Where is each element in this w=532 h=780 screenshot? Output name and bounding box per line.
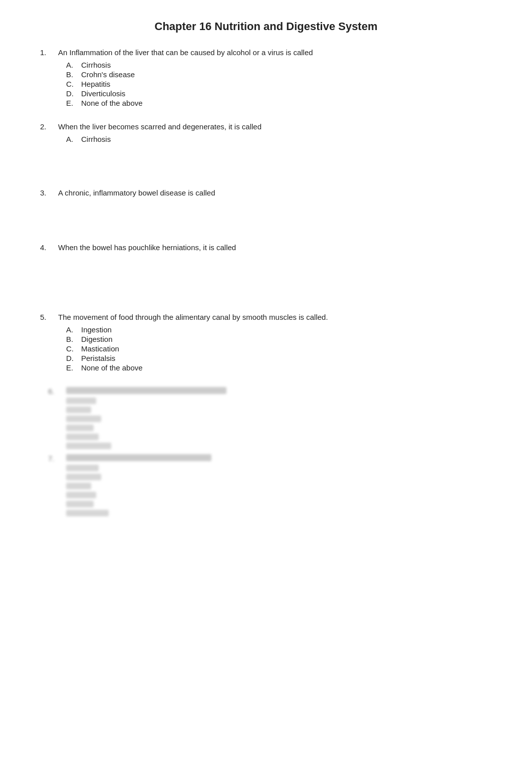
blurred-answer-7-6 [66,510,109,516]
answer-1e: E. None of the above [66,99,492,107]
blurred-answers-7 [66,465,492,516]
question-number-3: 3. [40,188,58,197]
answer-list-5: A. Ingestion B. Digestion C. Mastication… [66,325,492,373]
answer-text-5e: None of the above [81,363,492,372]
answer-letter-5a: A. [66,325,81,334]
answer-text-2a: Cirrhosis [81,135,492,143]
spacer-2 [40,144,492,174]
blurred-answer-7-4 [66,492,96,498]
answer-text-5d: Peristalsis [81,354,492,362]
question-text-1: An Inflammation of the liver that can be… [58,48,492,57]
spacer-4b [40,284,492,299]
answer-text-5c: Mastication [81,344,492,353]
blurred-answer-7-1 [66,465,99,471]
blurred-question-7: 7. [48,454,492,463]
blurred-answer-6-6 [66,443,111,449]
question-number-4: 4. [40,243,58,252]
answer-letter-1e: E. [66,99,81,107]
answer-letter-1a: A. [66,61,81,69]
blurred-answers-6 [66,398,492,449]
answer-text-5b: Digestion [81,335,492,343]
answer-5a: A. Ingestion [66,325,492,334]
blurred-answer-6-2 [66,407,91,413]
answer-text-1b: Crohn's disease [81,70,492,79]
answer-5c: C. Mastication [66,344,492,353]
blurred-q-num-6: 6. [48,387,66,396]
question-text-5: The movement of food through the aliment… [58,313,492,321]
answer-list-2: A. Cirrhosis [66,135,492,144]
answer-letter-5c: C. [66,344,81,353]
answer-2a: A. Cirrhosis [66,135,492,143]
question-text-3: A chronic, inflammatory bowel disease is… [58,188,492,197]
question-number-1: 1. [40,48,58,57]
spacer-4 [40,254,492,284]
question-item-5: 5. The movement of food through the alim… [40,313,492,373]
question-number-5: 5. [40,313,58,321]
blurred-answer-6-3 [66,416,101,422]
blurred-q-num-7: 7. [48,454,66,463]
blurred-question-6: 6. [48,387,492,396]
blurred-answer-7-2 [66,474,101,480]
answer-5b: B. Digestion [66,335,492,343]
answer-letter-1b: B. [66,70,81,79]
question-text-2: When the liver becomes scarred and degen… [58,122,492,131]
answer-text-1d: Diverticulosis [81,89,492,98]
answer-letter-5d: D. [66,354,81,362]
answer-5e: E. None of the above [66,363,492,372]
answer-1c: C. Hepatitis [66,80,492,88]
answer-text-1a: Cirrhosis [81,61,492,69]
page-title: Chapter 16 Nutrition and Digestive Syste… [40,20,492,33]
answer-list-1: A. Cirrhosis B. Crohn's disease C. Hepat… [66,61,492,108]
answer-letter-1d: D. [66,89,81,98]
question-item-2: 2. When the liver becomes scarred and de… [40,122,492,174]
blurred-answer-6-1 [66,398,96,404]
question-number-2: 2. [40,122,58,131]
blurred-answer-7-3 [66,483,91,489]
answer-1b: B. Crohn's disease [66,70,492,79]
answer-5d: D. Peristalsis [66,354,492,362]
question-item-3: 3. A chronic, inflammatory bowel disease… [40,188,492,229]
blurred-answer-7-5 [66,501,94,507]
blurred-q-text-7 [66,454,211,461]
question-item-1: 1. An Inflammation of the liver that can… [40,48,492,108]
answer-letter-5e: E. [66,363,81,372]
blurred-q-text-6 [66,387,226,394]
answer-1a: A. Cirrhosis [66,61,492,69]
answer-text-1e: None of the above [81,99,492,107]
question-item-4: 4. When the bowel has pouchlike herniati… [40,243,492,299]
answer-letter-1c: C. [66,80,81,88]
question-text-4: When the bowel has pouchlike herniations… [58,243,492,252]
question-list: 1. An Inflammation of the liver that can… [40,48,492,373]
answer-text-1c: Hepatitis [81,80,492,88]
spacer-3 [40,199,492,229]
answer-letter-2a: A. [66,135,81,143]
answer-1d: D. Diverticulosis [66,89,492,98]
blurred-answer-6-4 [66,425,94,431]
answer-text-5a: Ingestion [81,325,492,334]
answer-letter-5b: B. [66,335,81,343]
blurred-answer-6-5 [66,434,99,440]
